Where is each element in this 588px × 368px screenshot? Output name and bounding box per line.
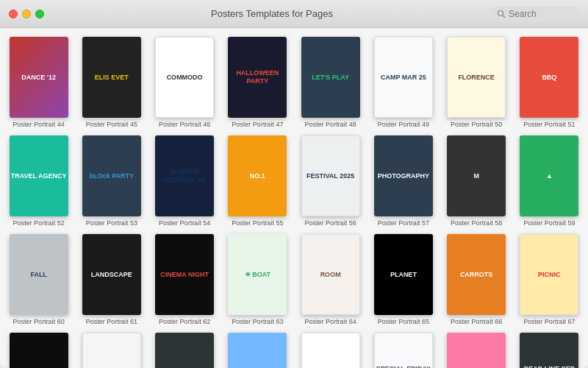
poster-label: Poster Portrait 49 [378,121,429,128]
poster-item-p59[interactable]: ▲Poster Portrait 59 [517,135,582,227]
poster-preview-text: ☀ BOAT [245,271,270,279]
poster-label: Poster Portrait 50 [451,121,502,128]
poster-thumbnail: COFFEE [82,333,141,368]
poster-item-p60[interactable]: FALLPoster Portrait 60 [6,234,71,325]
poster-preview-text: ROOM [320,271,341,279]
poster-label: Poster Portrait 67 [523,318,575,325]
poster-item-p71[interactable]: BLUE DESIGNPoster Portrait 71 [225,333,290,368]
traffic-lights [9,10,44,18]
poster-label: Poster Portrait 59 [523,219,575,227]
poster-thumbnail: Holiday 25 [447,333,506,368]
search-box[interactable] [491,7,579,21]
poster-thumbnail: PICNIC [520,234,578,315]
poster-label: Poster Portrait 47 [232,121,283,128]
poster-label: Poster Portrait 57 [378,219,429,227]
poster-thumbnail: FLORTIC [10,333,68,368]
poster-preview-text: ELIS EVET [95,74,129,82]
poster-preview-text: PICNIC [538,271,561,279]
poster-item-p61[interactable]: LANDSCAPEPoster Portrait 61 [79,234,144,325]
poster-thumbnail: M [447,135,506,216]
poster-thumbnail: COMMODO [155,37,214,118]
poster-item-p66[interactable]: CARROTSPoster Portrait 66 [444,234,509,325]
poster-label: Poster Portrait 63 [232,318,283,325]
poster-thumbnail: DANCE '12 [10,37,68,118]
poster-label: Poster Portrait 66 [451,318,502,325]
poster-thumbnail: LANDSCAPE [82,234,141,315]
poster-thumbnail: FALL [10,234,68,315]
poster-label: Poster Portrait 61 [86,318,137,325]
poster-item-p49[interactable]: CAMP MAR 25Poster Portrait 49 [370,37,436,128]
poster-label: Poster Portrait 58 [451,219,502,227]
poster-preview-text: ▲ [546,172,553,180]
poster-thumbnail: ▲ [520,135,578,216]
search-input[interactable] [509,9,567,19]
poster-item-p44[interactable]: DANCE '12Poster Portrait 44 [6,37,71,128]
poster-item-p45[interactable]: ELIS EVETPoster Portrait 45 [79,37,144,128]
poster-item-p53[interactable]: bLOck PARTYPoster Portrait 53 [79,135,144,227]
poster-label: Poster Portrait 62 [159,318,210,325]
window: Posters Templates for Pages DANCE '12Pos… [0,0,588,368]
poster-item-p54[interactable]: SUMMER FESTIVAL 26Poster Portrait 54 [152,135,218,227]
poster-label: Poster Portrait 46 [159,121,210,128]
poster-label: Poster Portrait 60 [13,318,65,325]
poster-item-p48[interactable]: LET'S PLAYPoster Portrait 48 [298,37,363,128]
poster-thumbnail: DEAD LINE SEP 21 [520,333,578,368]
poster-thumbnail: SPECIAL FRIDAY 09 [374,333,433,368]
poster-thumbnail: CINEMA NIGHT [155,234,214,315]
poster-thumbnail: FLORENCE [447,37,506,118]
fullscreen-button[interactable] [35,10,44,18]
poster-item-p56[interactable]: FESTIVAL 2025Poster Portrait 56 [298,135,363,227]
poster-preview-text: DANCE '12 [21,74,56,82]
poster-item-p67[interactable]: PICNICPoster Portrait 67 [517,234,582,325]
poster-item-p68[interactable]: FLORTICPoster Portrait 68 [6,333,71,368]
poster-thumbnail: bLOck PARTY [82,135,141,216]
poster-label: Poster Portrait 51 [523,121,575,128]
minimize-button[interactable] [22,10,31,18]
poster-preview-text: M [473,172,479,180]
poster-thumbnail: HALLOWEEN PARTY [228,37,287,118]
poster-preview-text: LET'S PLAY [312,74,349,82]
poster-preview-text: CINEMA NIGHT [160,271,209,279]
poster-item-p75[interactable]: DEAD LINE SEP 21Poster Portrait 75 [517,333,582,368]
poster-item-p63[interactable]: ☀ BOATPoster Portrait 63 [225,234,290,325]
poster-item-p51[interactable]: BBQPoster Portrait 51 [517,37,582,128]
poster-preview-text: BBQ [542,74,556,82]
poster-item-p46[interactable]: COMMODOPoster Portrait 46 [152,37,218,128]
poster-item-p55[interactable]: NO.1Poster Portrait 55 [225,135,290,227]
poster-item-p64[interactable]: ROOMPoster Portrait 64 [298,234,363,325]
poster-item-p58[interactable]: MPoster Portrait 58 [444,135,509,227]
titlebar: Posters Templates for Pages [0,0,588,28]
poster-label: Poster Portrait 53 [86,219,137,227]
poster-thumbnail: ELIS EVET [82,37,141,118]
poster-preview-text: FLORENCE [458,74,495,82]
poster-label: Poster Portrait 55 [232,219,283,227]
poster-thumbnail: BLUE DESIGN [228,333,287,368]
poster-item-p52[interactable]: TRAVEL AGENCYPoster Portrait 52 [6,135,71,227]
poster-preview-text: NO.1 [250,172,265,180]
poster-thumbnail: FESTIVAL 2025 [301,135,360,216]
poster-preview-text: bLOck PARTY [90,172,134,180]
poster-label: Poster Portrait 52 [13,219,65,227]
poster-label: Poster Portrait 44 [13,121,65,128]
poster-item-p57[interactable]: PHOTOGRAPHYPoster Portrait 57 [370,135,436,227]
poster-thumbnail: TRAVEL AGENCY [10,135,68,216]
poster-preview-text: FESTIVAL 2025 [306,172,354,180]
poster-label: Poster Portrait 65 [378,318,429,325]
poster-thumbnail: SUMMER FESTIVAL 26 [155,135,214,216]
poster-item-p50[interactable]: FLORENCEPoster Portrait 50 [444,37,509,128]
poster-item-p62[interactable]: CINEMA NIGHTPoster Portrait 62 [152,234,218,325]
poster-item-p65[interactable]: PLANETPoster Portrait 65 [370,234,436,325]
poster-item-p70[interactable]: RIVER TO SICILYPoster Portrait 70 [152,333,218,368]
poster-preview-text: FALL [30,271,47,279]
poster-item-p72[interactable]: step BASICSPoster Portrait 72 [298,333,363,368]
content-area: DANCE '12Poster Portrait 44ELIS EVETPost… [0,28,588,368]
poster-item-p73[interactable]: SPECIAL FRIDAY 09Poster Portrait 73 [370,333,436,368]
poster-item-p74[interactable]: Holiday 25Poster Portrait 74 [444,333,509,368]
poster-item-p47[interactable]: HALLOWEEN PARTYPoster Portrait 47 [225,37,290,128]
poster-preview-text: PLANET [390,271,417,279]
close-button[interactable] [9,10,18,18]
poster-preview-text: PHOTOGRAPHY [378,172,429,180]
window-title: Posters Templates for Pages [53,8,491,19]
poster-grid: DANCE '12Poster Portrait 44ELIS EVETPost… [6,37,582,368]
poster-item-p69[interactable]: COFFEEPoster Portrait 69 [79,333,144,368]
